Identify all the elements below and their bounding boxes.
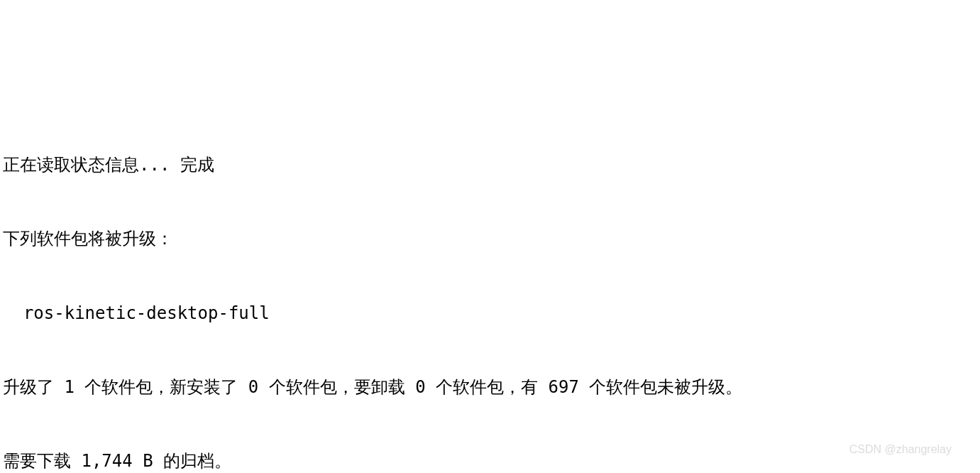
output-line: ros-kinetic-desktop-full [3, 301, 977, 326]
output-line: 需要下载 1,744 B 的归档。 [3, 449, 977, 473]
output-line: 正在读取状态信息... 完成 [3, 153, 977, 178]
terminal-output[interactable]: 正在读取状态信息... 完成 下列软件包将被升级： ros-kinetic-de… [3, 103, 977, 473]
output-line: 下列软件包将被升级： [3, 227, 977, 251]
output-line: 升级了 1 个软件包，新安装了 0 个软件包，要卸载 0 个软件包，有 697 … [3, 375, 977, 400]
